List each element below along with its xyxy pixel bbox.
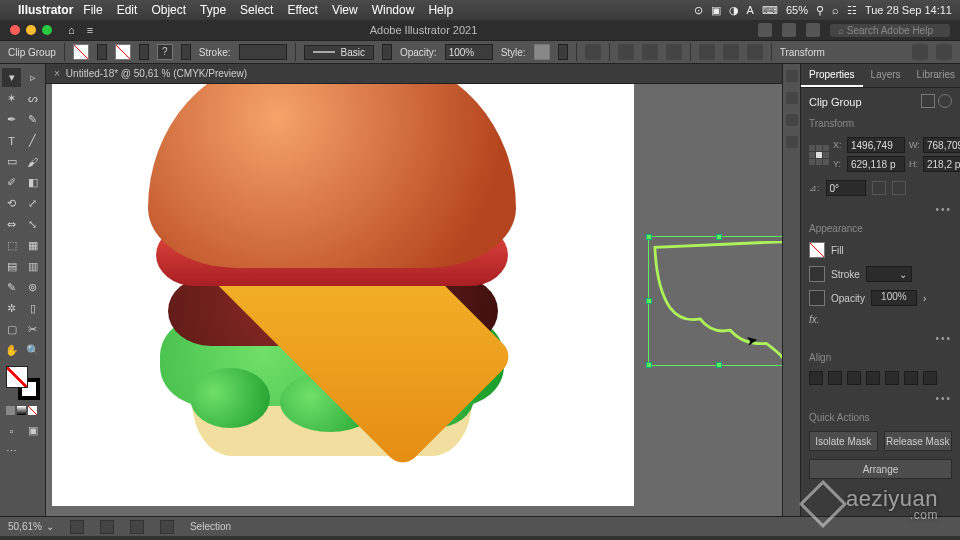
align-middle-icon[interactable] (723, 44, 739, 60)
zoom-value[interactable]: 50,61% (8, 521, 42, 532)
app-menu[interactable]: Illustrator (18, 3, 73, 17)
spotlight-icon[interactable]: ⌕ (832, 4, 839, 16)
fill-dropdown[interactable] (97, 44, 107, 60)
opacity-more-icon[interactable]: › (923, 293, 926, 304)
panel-icon[interactable] (786, 70, 798, 82)
align-top-icon[interactable] (699, 44, 715, 60)
perspective-tool[interactable]: ▦ (23, 236, 42, 255)
panel-menu-icon[interactable] (936, 44, 952, 60)
arrange-docs-icon[interactable] (782, 23, 796, 37)
flip-v-icon[interactable] (892, 181, 906, 195)
graph-tool[interactable]: ▯ (23, 299, 42, 318)
menu-help[interactable]: Help (428, 3, 453, 17)
opacity-input[interactable] (445, 44, 493, 60)
isolate-mask-button[interactable]: Isolate Mask (809, 431, 878, 451)
edit-contents-icon[interactable] (938, 94, 952, 108)
type-tool[interactable]: T (2, 131, 21, 150)
recolor-icon[interactable] (585, 44, 601, 60)
curvature-tool[interactable]: ✎ (23, 110, 42, 129)
artboard-nav-next-icon[interactable] (130, 520, 144, 534)
shape-builder-tool[interactable]: ⬚ (2, 236, 21, 255)
user-icon[interactable] (758, 23, 772, 37)
menu-object[interactable]: Object (151, 3, 186, 17)
y-input[interactable] (847, 156, 905, 172)
tab-layers[interactable]: Layers (863, 64, 909, 87)
selection-tool[interactable]: ▾ (2, 68, 21, 87)
mesh-tool[interactable]: ▤ (2, 257, 21, 276)
control-center-icon[interactable]: ☷ (847, 4, 857, 17)
panel-icon[interactable] (786, 136, 798, 148)
line-tool[interactable]: ╱ (23, 131, 42, 150)
align-vcenter-icon[interactable] (885, 371, 899, 385)
tab-libraries[interactable]: Libraries (909, 64, 960, 87)
free-transform-tool[interactable]: ⤡ (23, 215, 42, 234)
transform-link[interactable]: Transform (780, 47, 825, 58)
close-icon[interactable] (10, 25, 20, 35)
home-icon[interactable]: ⌂ (68, 24, 75, 36)
reference-point[interactable] (809, 145, 829, 165)
menu-effect[interactable]: Effect (287, 3, 317, 17)
artboard-nav-last-icon[interactable] (160, 520, 174, 534)
screen-mode-icon[interactable]: ▣ (23, 421, 42, 440)
stroke-swatch[interactable] (809, 266, 825, 282)
edit-toolbar-icon[interactable]: ⋯ (2, 442, 21, 461)
w-input[interactable] (923, 137, 960, 153)
fill-stroke-control[interactable] (6, 366, 40, 400)
minimize-icon[interactable] (26, 25, 36, 35)
align-right-icon[interactable] (666, 44, 682, 60)
artboard-tool[interactable]: ▢ (2, 320, 21, 339)
direct-selection-tool[interactable]: ▹ (23, 68, 42, 87)
blend-tool[interactable]: ⊚ (23, 278, 42, 297)
align-center-icon[interactable] (642, 44, 658, 60)
fx-label[interactable]: fx. (809, 314, 820, 325)
more-options-icon[interactable]: ••• (809, 333, 952, 344)
search-help-input[interactable]: ⌕ Search Adobe Help (830, 24, 950, 37)
maximize-icon[interactable] (42, 25, 52, 35)
h-input[interactable] (923, 156, 960, 172)
eraser-tool[interactable]: ◧ (23, 173, 42, 192)
align-left-icon[interactable] (809, 371, 823, 385)
stroke-weight-dropdown[interactable] (181, 44, 191, 60)
selected-path[interactable] (653, 241, 782, 361)
distribute-icon[interactable] (923, 371, 937, 385)
none-mode-icon[interactable] (28, 406, 37, 415)
style-swatch[interactable] (534, 44, 550, 60)
artboard-nav-prev-icon[interactable] (100, 520, 114, 534)
align-right-icon[interactable] (847, 371, 861, 385)
zoom-dropdown-icon[interactable]: ⌄ (46, 521, 54, 532)
rotate-tool[interactable]: ⟲ (2, 194, 21, 213)
menu-select[interactable]: Select (240, 3, 273, 17)
lasso-tool[interactable]: ᔕ (23, 89, 42, 108)
menu-type[interactable]: Type (200, 3, 226, 17)
align-top-icon[interactable] (866, 371, 880, 385)
stroke-weight-icon[interactable]: ? (157, 44, 173, 60)
gradient-tool[interactable]: ▥ (23, 257, 42, 276)
fill-color-icon[interactable] (6, 366, 28, 388)
menu-window[interactable]: Window (372, 3, 415, 17)
rotate-input[interactable] (826, 180, 866, 196)
arrange-button[interactable]: Arrange (809, 459, 952, 479)
brush-definition[interactable]: Basic (304, 45, 374, 60)
release-mask-button[interactable]: Release Mask (884, 431, 953, 451)
stroke-dropdown[interactable] (139, 44, 149, 60)
hand-tool[interactable]: ✋ (2, 341, 21, 360)
panel-icon[interactable] (786, 114, 798, 126)
menu-view[interactable]: View (332, 3, 358, 17)
canvas[interactable]: ➤ (46, 84, 782, 516)
share-icon[interactable]: ≡ (87, 24, 93, 36)
workspace-icon[interactable] (806, 23, 820, 37)
tab-properties[interactable]: Properties (801, 64, 863, 87)
style-dropdown[interactable] (558, 44, 568, 60)
magic-wand-tool[interactable]: ✶ (2, 89, 21, 108)
stroke-weight-input[interactable] (239, 44, 287, 60)
brush-dropdown[interactable] (382, 44, 392, 60)
menu-edit[interactable]: Edit (117, 3, 138, 17)
flip-h-icon[interactable] (872, 181, 886, 195)
artboard[interactable] (52, 84, 634, 506)
close-tab-icon[interactable]: × (54, 68, 60, 79)
color-mode-icon[interactable] (6, 406, 15, 415)
shaper-tool[interactable]: ✐ (2, 173, 21, 192)
gradient-mode-icon[interactable] (17, 406, 26, 415)
stroke-weight-dropdown[interactable]: ⌄ (866, 266, 912, 282)
slice-tool[interactable]: ✂ (23, 320, 42, 339)
